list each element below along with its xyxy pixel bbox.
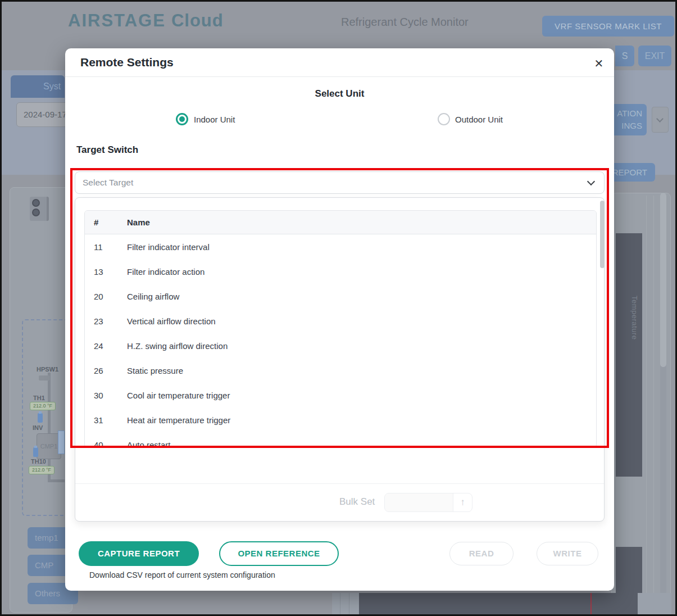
capture-report-button[interactable]: CAPTURE REPORT xyxy=(79,541,199,566)
bulk-set-label: Bulk Set xyxy=(339,496,375,508)
page-title: Refrigerant Cycle Monitor xyxy=(341,16,469,29)
logo-airstage: AIRSTAGE xyxy=(68,11,166,30)
table-row[interactable]: 13 Filter indicator action xyxy=(85,259,596,284)
hpsw1-component xyxy=(39,375,50,381)
table-row[interactable]: 40 Auto restart xyxy=(85,432,596,448)
indoor-unit-label: Indoor Unit xyxy=(194,115,235,124)
row-name: Ceiling airflow xyxy=(127,292,179,301)
sensor-icon xyxy=(38,413,43,423)
toolbar-dropdown-toggle[interactable] xyxy=(652,107,669,133)
label-th10: TH10 xyxy=(31,458,46,465)
row-name: Filter indicator action xyxy=(127,267,205,277)
panel-divider xyxy=(653,196,654,614)
row-num: 23 xyxy=(85,316,127,326)
chevron-down-icon xyxy=(656,115,664,123)
select-unit-heading: Select Unit xyxy=(65,88,614,99)
airstage-cloud-logo: AIRSTAGECloud xyxy=(68,11,224,31)
read-button[interactable]: READ xyxy=(449,542,514,565)
open-reference-button[interactable]: OPEN REFERENCE xyxy=(219,541,339,566)
row-name: Heat air temperature trigger xyxy=(127,415,230,425)
logo-cloud: Cloud xyxy=(171,11,224,30)
row-num: 13 xyxy=(85,267,127,277)
write-button[interactable]: WRITE xyxy=(537,542,598,565)
row-name: Vertical airflow direction xyxy=(127,316,216,326)
panel-divider xyxy=(646,196,647,614)
indoor-unit-radio[interactable] xyxy=(176,113,188,125)
row-name: H.Z. swing airflow direction xyxy=(127,341,228,351)
page-scrollbar-thumb[interactable] xyxy=(660,193,666,367)
remote-settings-modal: Remote Settings ✕ Select Unit Indoor Uni… xyxy=(65,48,614,591)
row-num: 31 xyxy=(85,415,127,425)
target-table: # Name 11 Filter indicator interval 13 F… xyxy=(84,210,597,448)
row-name: Cool air temperature trigger xyxy=(127,391,230,400)
sensor-icon xyxy=(33,447,38,457)
app-screen: AIRSTAGECloud Refrigerant Cycle Monitor … xyxy=(0,0,677,616)
row-num: 40 xyxy=(85,440,127,449)
chevron-down-icon xyxy=(587,178,595,185)
bulk-set-group: ↑ xyxy=(384,493,472,512)
table-row[interactable]: 30 Cool air temperature trigger xyxy=(85,383,596,407)
row-num: 30 xyxy=(85,391,127,400)
label-th1: TH1 xyxy=(33,395,45,401)
table-row[interactable]: 11 Filter indicator interval xyxy=(85,234,596,259)
exit-button[interactable]: EXIT xyxy=(638,46,671,66)
row-name: Auto restart xyxy=(127,440,171,449)
outdoor-unit-label: Outdoor Unit xyxy=(455,115,503,124)
tab-system[interactable]: Syst xyxy=(11,75,65,98)
settings-button-fragment[interactable]: S xyxy=(615,46,634,66)
capture-report-caption: Download CSV report of current system co… xyxy=(89,570,275,579)
table-row[interactable]: 20 Ceiling airflow xyxy=(85,284,596,309)
oil-separator-fragment xyxy=(58,431,65,454)
table-header-row: # Name xyxy=(85,211,596,234)
table-row[interactable]: 31 Heat air temperature trigger xyxy=(85,407,596,432)
vrf-sensor-mark-list-button[interactable]: VRF SENSOR MARK LIST xyxy=(542,16,674,37)
th1-temperature-badge: 212.0 °F xyxy=(30,402,56,410)
row-num: 20 xyxy=(85,292,127,301)
row-num: 24 xyxy=(85,341,127,351)
modal-title: Remote Settings xyxy=(80,56,174,69)
target-switch-heading: Target Switch xyxy=(76,144,138,156)
row-name: Filter indicator interval xyxy=(127,242,210,252)
table-row[interactable]: 23 Vertical airflow direction xyxy=(85,309,596,333)
select-placeholder: Select Target xyxy=(83,178,133,188)
bottom-chart-strip xyxy=(359,593,638,616)
target-select-dropdown[interactable]: Select Target xyxy=(75,171,605,194)
th10-temperature-badge: 212.0 °F xyxy=(29,466,54,474)
dropdown-scrollbar-thumb[interactable] xyxy=(600,201,605,268)
row-name: Static pressure xyxy=(127,366,183,375)
modal-header-divider xyxy=(65,76,614,77)
table-row[interactable]: 24 H.Z. swing airflow direction xyxy=(85,333,596,358)
target-dropdown-panel: # Name 11 Filter indicator interval 13 F… xyxy=(75,197,605,522)
label-hpsw1: HPSW1 xyxy=(37,366,58,373)
arrow-up-icon[interactable]: ↑ xyxy=(453,493,472,511)
col-name-header: Name xyxy=(127,218,150,227)
pipe-line xyxy=(48,479,65,482)
row-num: 26 xyxy=(85,366,127,375)
bulk-set-input[interactable] xyxy=(385,493,453,511)
row-num: 11 xyxy=(85,242,127,252)
label-inv: INV xyxy=(33,424,43,431)
outdoor-unit-icon xyxy=(30,197,49,221)
table-row[interactable]: 26 Static pressure xyxy=(85,358,596,383)
bottom-chart-right-edge xyxy=(638,593,671,616)
chart-cursor-line xyxy=(590,593,592,616)
temperature-axis-label: Temperature xyxy=(620,296,639,374)
close-icon[interactable]: ✕ xyxy=(590,55,607,72)
col-num-header: # xyxy=(85,218,127,227)
bottom-chart-left-edge xyxy=(332,593,359,616)
dropdown-footer: Bulk Set ↑ xyxy=(75,483,604,521)
outdoor-unit-radio[interactable] xyxy=(438,113,450,125)
